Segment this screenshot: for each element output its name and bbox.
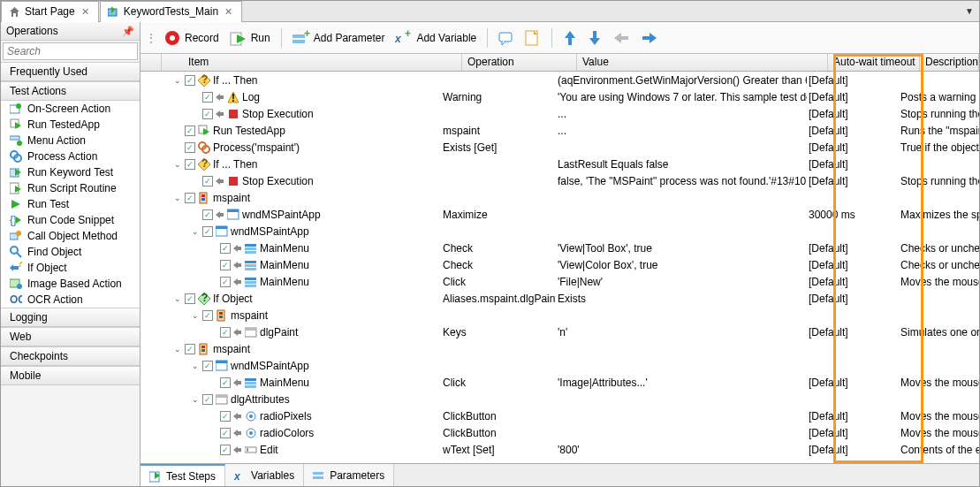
add-parameter-button[interactable]: + Add Parameter [289,27,389,49]
table-row[interactable]: ✓Stop Execution...[Default]Stops running… [141,105,979,122]
expander-icon[interactable]: ⌄ [190,394,200,404]
record-button[interactable]: Record [160,27,223,49]
run-button[interactable]: Run [226,27,274,49]
table-row[interactable]: ⌄✓mspaint [141,340,979,357]
op-item[interactable]: Image Based Action [1,276,140,292]
cat-frequently-used[interactable]: Frequently Used [1,62,140,81]
table-row[interactable]: ✓Process('mspaint')Exists [Get][Default]… [141,139,979,156]
tab-keywordtests-main[interactable]: KeywordTests_Main ✕ [100,1,242,22]
indent-button[interactable] [637,29,662,47]
col-item[interactable]: Item [162,54,462,71]
checkbox[interactable]: ✓ [185,193,195,203]
table-row[interactable]: ✓wndMSPaintAppMaximize30000 msMaximizes … [141,206,979,223]
op-item[interactable]: Run Keyword Test [1,164,140,180]
grip-icon[interactable]: ⋮ [146,32,156,44]
close-icon[interactable]: ✕ [80,6,91,18]
tab-test-steps[interactable]: Test Steps [141,464,225,486]
checkbox[interactable]: ✓ [220,243,231,254]
checkbox[interactable]: ✓ [202,109,213,119]
checkbox[interactable]: ✓ [202,92,213,103]
checkbox[interactable]: ✓ [185,126,195,136]
move-up-button[interactable] [559,27,581,49]
cat-checkpoints[interactable]: Checkpoints [1,346,140,366]
note-button[interactable] [521,28,544,48]
checkbox[interactable]: ✓ [220,327,231,338]
checkbox[interactable]: ✓ [220,411,231,422]
table-row[interactable]: ⌄✓wndMSPaintApp [141,223,979,240]
table-row[interactable]: ⌄✓dlgAttributes [141,391,979,407]
table-row[interactable]: ⌄✓wndMSPaintApp [141,357,979,374]
col-value[interactable]: Value [577,54,828,71]
tab-parameters[interactable]: Parameters [304,464,394,486]
checkbox[interactable]: ✓ [185,293,195,304]
tab-start-page[interactable]: Start Page ✕ [1,1,99,22]
table-row[interactable]: ✓MainMenuCheck'View|Tool Box', true[Defa… [141,240,979,256]
table-row[interactable]: ⌄✓mspaint [141,307,979,323]
op-item[interactable]: Menu Action [1,133,140,148]
table-row[interactable]: ⌄✓?If ... Then(aqEnvironment.GetWinMajor… [141,72,979,88]
add-variable-button[interactable]: x+ Add Variable [391,27,480,49]
op-item[interactable]: Call Object Method [1,228,140,244]
cat-logging[interactable]: Logging [1,308,140,327]
pin-icon[interactable]: 📌 [122,26,134,37]
expander-icon[interactable]: ⌄ [172,75,182,85]
table-row[interactable]: ✓Stop Executionfalse, 'The "MSPaint" pro… [141,172,979,189]
checkbox[interactable]: ✓ [202,361,213,371]
table-row[interactable]: ⌄✓mspaint [141,189,979,206]
checkbox[interactable]: ✓ [202,310,213,321]
checkbox[interactable]: ✓ [185,75,195,86]
cat-test-actions[interactable]: Test Actions [1,81,140,101]
checkbox[interactable]: ✓ [202,226,213,237]
checkbox[interactable]: ✓ [220,277,231,287]
table-row[interactable]: ✓EditwText [Set]'800'[Default]Contents o… [141,441,979,458]
op-item[interactable]: {}Run Code Snippet [1,212,140,228]
op-item[interactable]: Run TestedApp [1,117,140,133]
search-input[interactable] [3,42,138,60]
grid-body[interactable]: ⌄✓?If ... Then(aqEnvironment.GetWinMajor… [141,72,979,463]
checkbox[interactable]: ✓ [202,176,213,186]
table-row[interactable]: ✓radioColorsClickButton[Default]Moves th… [141,424,979,441]
op-item[interactable]: Find Object [1,244,140,260]
table-row[interactable]: ✓dlgPaintKeys'n'[Default]Simulates one o… [141,323,979,340]
cat-mobile[interactable]: Mobile [1,366,140,385]
cat-web[interactable]: Web [1,327,140,346]
table-row[interactable]: ✓MainMenuClick'File|New'[Default]Moves t… [141,273,979,290]
op-item[interactable]: OCROCR Action [1,292,140,308]
op-item[interactable]: ?If Object [1,260,140,276]
checkbox[interactable]: ✓ [185,159,195,170]
chevron-down-icon[interactable]: ▼ [965,6,974,16]
checkbox[interactable]: ✓ [202,394,213,405]
col-operation[interactable]: Operation [462,54,577,71]
expander-icon[interactable]: ⌄ [172,293,182,303]
checkbox[interactable]: ✓ [220,260,231,270]
checkbox[interactable]: ✓ [185,142,195,153]
expander-icon[interactable]: ⌄ [190,310,200,320]
table-row[interactable]: ✓!LogWarning'You are using Windows 7 or … [141,88,979,105]
checkbox[interactable]: ✓ [220,377,231,388]
close-icon[interactable]: ✕ [223,6,234,18]
checkbox[interactable]: ✓ [202,209,213,220]
op-item[interactable]: On-Screen Action [1,101,140,117]
op-item[interactable]: Run Script Routine [1,180,140,196]
table-row[interactable]: ✓MainMenuClick'Image|Attributes...'[Defa… [141,374,979,391]
table-row[interactable]: ✓radioPixelsClickButton[Default]Moves th… [141,407,979,424]
expander-icon[interactable]: ⌄ [172,159,182,169]
checkbox[interactable]: ✓ [220,428,231,438]
table-row[interactable]: ⌄✓?If ... ThenLastResult Equals false[De… [141,156,979,172]
outdent-button[interactable] [609,29,634,47]
expander-icon[interactable]: ⌄ [172,344,182,354]
expander-icon[interactable]: ⌄ [190,226,200,236]
op-item[interactable]: Process Action [1,148,140,164]
table-row[interactable]: ✓MainMenuCheck'View|Color Box', true[Def… [141,256,979,273]
table-row[interactable]: ⌄✓?If ObjectAliases.mspaint.dlgPaintExis… [141,290,979,307]
table-row[interactable]: ✓Run TestedAppmspaint...[Default]Runs th… [141,122,979,139]
comment-button[interactable] [495,28,518,48]
col-autowait[interactable]: Auto-wait timeout [828,54,920,71]
move-down-button[interactable] [584,27,605,49]
col-description[interactable]: Description [920,54,979,71]
expander-icon[interactable]: ⌄ [190,361,200,370]
tab-variables[interactable]: x Variables [225,464,304,486]
op-item[interactable]: Run Test [1,196,140,212]
expander-icon[interactable]: ⌄ [172,193,182,202]
checkbox[interactable]: ✓ [185,344,195,354]
